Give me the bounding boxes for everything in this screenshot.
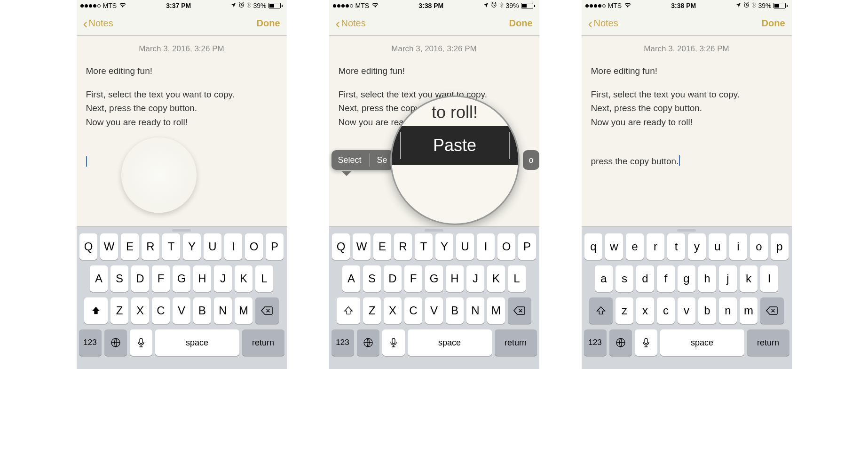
key-h[interactable]: h <box>698 265 716 292</box>
key-d[interactable]: D <box>131 265 149 292</box>
mic-key[interactable] <box>635 329 657 356</box>
key-t[interactable]: T <box>415 233 433 260</box>
backspace-key[interactable] <box>255 297 279 324</box>
key-g[interactable]: G <box>425 265 443 292</box>
context-menu-right[interactable]: o <box>523 150 539 170</box>
key-y[interactable]: Y <box>435 233 453 260</box>
keyboard-handle[interactable] <box>582 227 792 233</box>
key-x[interactable]: X <box>384 297 402 324</box>
key-i[interactable]: i <box>729 233 747 260</box>
key-e[interactable]: E <box>121 233 139 260</box>
ctx-selectall[interactable]: Se <box>377 155 387 165</box>
key-s[interactable]: s <box>615 265 633 292</box>
note-content[interactable]: March 3, 2016, 3:26 PM More editing fun!… <box>329 36 539 226</box>
key-w[interactable]: W <box>100 233 118 260</box>
backspace-key[interactable] <box>508 297 531 324</box>
key-f[interactable]: F <box>404 265 422 292</box>
globe-key[interactable] <box>104 329 127 356</box>
key-l[interactable]: L <box>255 265 273 292</box>
key-g[interactable]: g <box>678 265 695 292</box>
key-z[interactable]: Z <box>363 297 381 324</box>
key-i[interactable]: I <box>224 233 242 260</box>
back-button[interactable]: ‹ Notes <box>336 16 366 31</box>
key-r[interactable]: R <box>142 233 159 260</box>
key-q[interactable]: Q <box>332 233 350 260</box>
key-o[interactable]: o <box>750 233 768 260</box>
key-d[interactable]: d <box>636 265 654 292</box>
key-b[interactable]: B <box>446 297 464 324</box>
key-v[interactable]: V <box>173 297 190 324</box>
note-content[interactable]: March 3, 2016, 3:26 PM More editing fun!… <box>77 36 287 226</box>
key-j[interactable]: J <box>466 265 484 292</box>
key-u[interactable]: U <box>204 233 221 260</box>
key-w[interactable]: w <box>605 233 623 260</box>
key-e[interactable]: E <box>373 233 391 260</box>
key-m[interactable]: m <box>740 297 758 324</box>
key-p[interactable]: P <box>518 233 536 260</box>
key-s[interactable]: S <box>110 265 128 292</box>
key-j[interactable]: j <box>719 265 737 292</box>
globe-key[interactable] <box>609 329 632 356</box>
key-q[interactable]: Q <box>79 233 97 260</box>
key-z[interactable]: Z <box>110 297 128 324</box>
key-r[interactable]: R <box>394 233 412 260</box>
key-j[interactable]: J <box>214 265 232 292</box>
backspace-key[interactable] <box>760 297 784 324</box>
key-b[interactable]: B <box>193 297 211 324</box>
key-g[interactable]: G <box>173 265 190 292</box>
key-y[interactable]: y <box>688 233 706 260</box>
key-p[interactable]: P <box>266 233 284 260</box>
key-a[interactable]: A <box>342 265 360 292</box>
paste-popup[interactable]: Paste <box>391 126 519 165</box>
key-p[interactable]: p <box>771 233 789 260</box>
key-u[interactable]: u <box>709 233 726 260</box>
back-button[interactable]: ‹ Notes <box>588 16 618 31</box>
key-i[interactable]: I <box>477 233 495 260</box>
key-k[interactable]: K <box>235 265 253 292</box>
key-d[interactable]: D <box>384 265 402 292</box>
numbers-key[interactable]: 123 <box>79 329 102 356</box>
space-key[interactable]: space <box>660 329 744 356</box>
key-m[interactable]: M <box>235 297 253 324</box>
key-x[interactable]: X <box>131 297 149 324</box>
key-w[interactable]: W <box>353 233 371 260</box>
key-a[interactable]: a <box>595 265 613 292</box>
key-r[interactable]: r <box>647 233 664 260</box>
key-c[interactable]: C <box>152 297 170 324</box>
key-l[interactable]: L <box>508 265 526 292</box>
key-t[interactable]: T <box>162 233 180 260</box>
return-key[interactable]: return <box>242 329 284 356</box>
keyboard-handle[interactable] <box>329 227 539 233</box>
space-key[interactable]: space <box>408 329 492 356</box>
key-h[interactable]: H <box>446 265 464 292</box>
numbers-key[interactable]: 123 <box>331 329 354 356</box>
note-content[interactable]: March 3, 2016, 3:26 PM More editing fun!… <box>582 36 792 226</box>
key-f[interactable]: F <box>152 265 170 292</box>
key-k[interactable]: K <box>487 265 505 292</box>
space-key[interactable]: space <box>155 329 239 356</box>
key-o[interactable]: O <box>497 233 515 260</box>
key-o[interactable]: O <box>245 233 263 260</box>
return-key[interactable]: return <box>495 329 537 356</box>
key-f[interactable]: f <box>657 265 675 292</box>
back-button[interactable]: ‹ Notes <box>83 16 113 31</box>
keyboard-handle[interactable] <box>77 227 287 233</box>
key-n[interactable]: n <box>719 297 737 324</box>
shift-key[interactable] <box>589 297 613 324</box>
done-button[interactable]: Done <box>509 18 533 29</box>
key-u[interactable]: U <box>456 233 474 260</box>
shift-key[interactable] <box>337 297 360 324</box>
return-key[interactable]: return <box>747 329 789 356</box>
ctx-select[interactable]: Select <box>338 155 362 165</box>
key-h[interactable]: H <box>193 265 211 292</box>
key-x[interactable]: x <box>636 297 654 324</box>
done-button[interactable]: Done <box>762 18 785 29</box>
key-n[interactable]: N <box>214 297 232 324</box>
key-z[interactable]: z <box>615 297 633 324</box>
key-c[interactable]: C <box>404 297 422 324</box>
key-s[interactable]: S <box>363 265 381 292</box>
key-l[interactable]: l <box>760 265 778 292</box>
key-n[interactable]: N <box>466 297 484 324</box>
key-e[interactable]: e <box>626 233 644 260</box>
key-v[interactable]: V <box>425 297 443 324</box>
